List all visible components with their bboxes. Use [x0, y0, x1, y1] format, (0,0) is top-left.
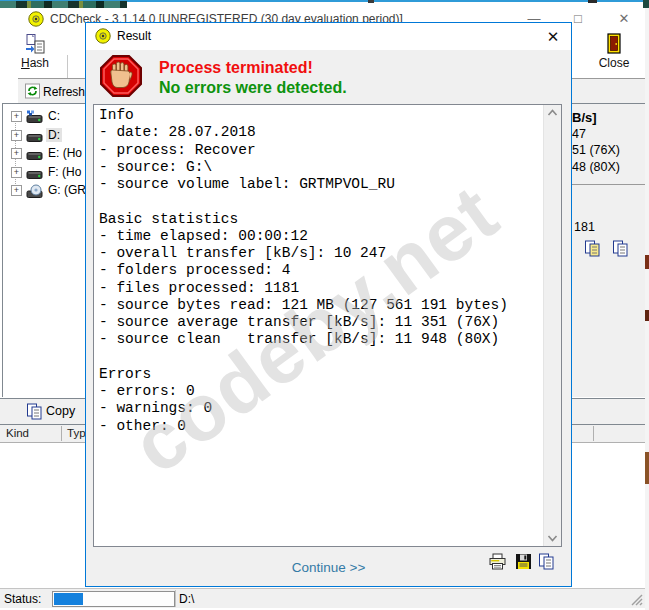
tree-item-label: D:	[46, 128, 62, 142]
tree-item-g-drive[interactable]: G: (GR	[3, 181, 86, 200]
status-bar: Status: D:\	[0, 588, 645, 608]
tree-item-f-drive[interactable]: F: (Ho	[3, 163, 86, 182]
tree-item-c-drive[interactable]: C:	[3, 107, 86, 126]
expand-icon[interactable]	[11, 185, 22, 196]
desktop-wallpaper-fragment	[0, 1, 127, 8]
tree-item-label: C:	[48, 109, 60, 123]
tree-item-label: F: (Ho	[48, 165, 81, 179]
dialog-close-button[interactable]: ✕	[541, 27, 565, 47]
exit-door-icon	[604, 33, 624, 55]
close-app-button-label: Close	[586, 56, 642, 70]
desktop-mark	[368, 0, 374, 3]
refresh-icon	[25, 83, 40, 99]
status-label: Status:	[4, 592, 41, 606]
results-count-fragment: 181	[574, 220, 595, 234]
message-no-errors: No errors were detected.	[159, 79, 347, 97]
cdcheck-app-icon	[95, 28, 111, 44]
cd-drive-icon	[26, 184, 43, 199]
refresh-label: Refresh	[43, 85, 85, 99]
tree-item-d-drive[interactable]: D:	[3, 126, 86, 145]
screen: CDCheck - 3.1.14.0 [UNREGISTERED (30 day…	[0, 0, 649, 610]
expand-icon[interactable]	[11, 111, 22, 122]
system-drive-icon	[26, 110, 43, 124]
cdcheck-app-icon	[28, 11, 44, 27]
dialog-titlebar: Result ✕	[86, 23, 571, 50]
tree-item-e-drive[interactable]: E: (Ho	[3, 144, 86, 163]
scroll-up-icon[interactable]	[547, 109, 558, 117]
desktop-mark	[643, 0, 649, 8]
results-value-fragment: 48 (80X)	[572, 160, 620, 174]
status-path: D:\	[179, 592, 194, 606]
results-header-fragment: B/s]	[572, 110, 597, 125]
desktop-mark	[645, 452, 649, 484]
tree-item-label: E: (Ho	[48, 146, 82, 160]
drive-icon	[26, 147, 43, 161]
hash-button-label: Hash	[6, 56, 64, 70]
copy-button[interactable]: Copy	[46, 404, 75, 418]
column-divider[interactable]	[61, 426, 62, 441]
refresh-bar[interactable]: Refresh	[18, 78, 86, 104]
column-divider[interactable]	[593, 426, 594, 441]
expand-icon[interactable]	[11, 130, 22, 141]
drive-icon	[26, 129, 43, 143]
results-panel-fragment: B/s] 47 51 (76X) 48 (80X) 181	[570, 103, 645, 397]
report-text: Info - date: 28.07.2018 - process: Recov…	[94, 105, 561, 437]
report-scrollbar[interactable]	[543, 105, 561, 546]
expand-icon[interactable]	[11, 148, 22, 159]
column-header-type[interactable]: Typ	[67, 425, 86, 441]
panel-divider	[570, 184, 645, 185]
dialog-title: Result	[117, 29, 151, 43]
progress-bar	[52, 591, 175, 607]
hash-icon	[24, 33, 46, 55]
expand-icon[interactable]	[11, 167, 22, 178]
copy-icon	[26, 403, 43, 420]
panel-fragment-top	[570, 78, 645, 104]
close-window-button[interactable]: ✕	[612, 8, 636, 30]
message-terminated: Process terminated!	[159, 59, 313, 77]
hash-button[interactable]: Hash	[6, 32, 64, 74]
column-header-kind[interactable]: Kind	[6, 425, 29, 441]
drive-tree: C: D: E: (Ho	[2, 103, 86, 397]
statusbar-divider	[175, 590, 176, 607]
print-icon[interactable]	[488, 553, 507, 571]
report-textbox[interactable]: Info - date: 28.07.2018 - process: Recov…	[93, 104, 562, 547]
copy-to-clipboard-icon[interactable]	[538, 553, 555, 570]
save-icon[interactable]	[515, 553, 532, 570]
result-dialog: Result ✕ Process terminated! No errors w…	[85, 22, 572, 587]
desktop-top-sliver	[0, 0, 649, 8]
scroll-down-icon[interactable]	[547, 534, 558, 542]
desktop-mark	[588, 0, 597, 3]
desktop-mark	[645, 255, 649, 269]
copy-report-icon[interactable]	[584, 240, 601, 257]
desktop-mark	[645, 310, 649, 321]
results-value-fragment: 51 (76X)	[572, 143, 620, 157]
close-app-button[interactable]: Close	[586, 32, 642, 74]
tree-item-label: G: (GR	[48, 183, 86, 197]
resize-grip-icon[interactable]	[628, 591, 644, 606]
desktop-right-sliver	[645, 8, 649, 610]
results-value-fragment: 47	[572, 127, 586, 141]
copy-icon[interactable]	[612, 240, 629, 257]
stop-hand-icon	[99, 54, 143, 98]
drive-icon	[26, 166, 43, 180]
progress-chunk	[54, 593, 83, 605]
